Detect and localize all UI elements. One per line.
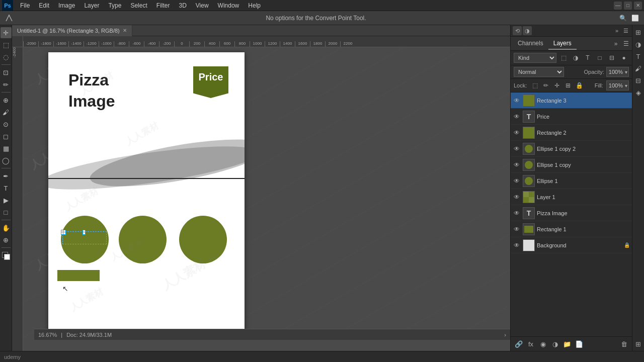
filter-smartobj-icon[interactable]: ⊟ <box>607 53 617 63</box>
menu-layer[interactable]: Layer <box>80 1 103 10</box>
visibility-icon-layer1[interactable]: 👁 <box>513 193 521 201</box>
filter-shape-icon[interactable]: □ <box>595 53 605 63</box>
menu-3d[interactable]: 3D <box>175 1 190 10</box>
panel-icon-3[interactable]: T <box>633 51 643 61</box>
filter-selected-icon[interactable]: ● <box>619 53 629 63</box>
lock-transparent-icon[interactable]: ⬚ <box>531 81 539 89</box>
panel-menu[interactable]: ☰ <box>622 40 630 48</box>
filter-pixel-icon[interactable]: ⬚ <box>558 53 569 63</box>
hand-tool[interactable]: ✋ <box>1 222 12 233</box>
menu-help[interactable]: Help <box>244 1 265 10</box>
panel-icon-history[interactable]: ⟲ <box>513 26 522 35</box>
new-layer-btn[interactable]: 📄 <box>574 339 584 349</box>
menu-view[interactable]: View <box>192 1 213 10</box>
maximize-btn[interactable]: □ <box>624 2 632 10</box>
convert-point-tool-icon <box>4 13 14 23</box>
minimize-btn[interactable]: — <box>614 2 622 10</box>
panel-icon-4[interactable]: 🖌 <box>633 63 643 73</box>
canvas-document: Pizza Image Price <box>48 52 245 334</box>
doc-info: Doc: 24.9M/33.1M <box>66 332 112 338</box>
crop-tool[interactable]: ⊡ <box>1 67 12 78</box>
visibility-icon-bg[interactable]: 👁 <box>513 241 521 249</box>
visibility-icon-pizzaimage[interactable]: 👁 <box>513 209 521 217</box>
menu-type[interactable]: Type <box>104 1 125 10</box>
blend-mode-select[interactable]: Normal <box>514 67 564 77</box>
visibility-icon-rect1[interactable]: 👁 <box>513 225 521 233</box>
lock-artboard-icon[interactable]: ⊞ <box>564 81 572 89</box>
panel-expand-arrow[interactable]: » <box>612 40 620 48</box>
panel-icon-2[interactable]: ◑ <box>633 39 643 49</box>
eyedropper-tool[interactable]: ✏ <box>1 79 12 90</box>
fill-arrow-icon[interactable]: ▾ <box>625 83 628 88</box>
menu-image[interactable]: Image <box>54 1 79 10</box>
view-icon[interactable]: ⬜ <box>630 13 640 23</box>
add-layer-style-btn[interactable]: fx <box>526 339 536 349</box>
close-btn[interactable]: ✕ <box>634 2 642 10</box>
menu-select[interactable]: Select <box>126 1 151 10</box>
tab-channels[interactable]: Channels <box>513 38 548 50</box>
layer-item-pizzaimage[interactable]: 👁 T Pizza Image <box>511 205 632 221</box>
kind-filter-select[interactable]: Kind <box>514 53 556 63</box>
zoom-tool[interactable]: ⊕ <box>1 234 12 245</box>
add-mask-btn[interactable]: ◉ <box>538 339 548 349</box>
filter-adjust-icon[interactable]: ◑ <box>571 53 581 63</box>
menu-window[interactable]: Window <box>214 1 244 10</box>
new-group-btn[interactable]: 📁 <box>562 339 572 349</box>
panel-icon-bottom[interactable]: ⊞ <box>633 339 643 349</box>
close-tab-icon[interactable]: ✕ <box>123 28 127 33</box>
menu-edit[interactable]: Edit <box>35 1 53 10</box>
lock-position-icon[interactable]: ✛ <box>553 81 561 89</box>
menu-file[interactable]: File <box>16 1 34 10</box>
visibility-icon-ellipse1c[interactable]: 👁 <box>513 161 521 169</box>
tab-layers[interactable]: Layers <box>548 38 577 50</box>
new-adjustment-btn[interactable]: ◑ <box>550 339 560 349</box>
layer-item-rectangle1[interactable]: 👁 Rectangle 1 <box>511 221 632 237</box>
layer-item-ellipse1[interactable]: 👁 Ellipse 1 <box>511 173 632 189</box>
visibility-icon-ellipse1[interactable]: 👁 <box>513 177 521 185</box>
clone-tool[interactable]: ⊙ <box>1 119 12 130</box>
layer-item-price[interactable]: 👁 T Price <box>511 109 632 125</box>
panel-icon-1[interactable]: ⊞ <box>633 27 643 37</box>
layers-search-bar: Kind ⬚ ◑ T □ ⊟ ● <box>511 51 632 65</box>
selection-tool[interactable]: ⬚ <box>1 39 12 50</box>
visibility-icon-rect3[interactable]: 👁 <box>513 97 521 105</box>
delete-layer-btn[interactable]: 🗑 <box>619 339 629 349</box>
layer-item-rectangle2[interactable]: 👁 Rectangle 2 <box>511 125 632 141</box>
panel-menu-icon[interactable]: ☰ <box>622 27 630 35</box>
color-swatch[interactable] <box>2 252 10 260</box>
lock-all-icon[interactable]: 🔒 <box>575 81 583 89</box>
search-icon[interactable]: 🔍 <box>618 13 628 23</box>
panel-icon-adjust[interactable]: ◑ <box>523 26 532 35</box>
eraser-tool[interactable]: ◻ <box>1 131 12 142</box>
visibility-icon-price[interactable]: 👁 <box>513 113 521 121</box>
panel-expand-icon[interactable]: » <box>613 27 621 35</box>
layer-item-ellipse1copy2[interactable]: 👁 Ellipse 1 copy 2 <box>511 141 632 157</box>
gradient-tool[interactable]: ▦ <box>1 143 12 154</box>
type-tool[interactable]: T <box>1 183 12 194</box>
layer-item-background[interactable]: 👁 Background 🔒 <box>511 237 632 253</box>
heal-tool[interactable]: ⊕ <box>1 95 12 106</box>
dodge-tool[interactable]: ◯ <box>1 155 12 166</box>
visibility-icon-ellipse1c2[interactable]: 👁 <box>513 145 521 153</box>
filter-type-icon[interactable]: T <box>583 53 593 63</box>
document-tab[interactable]: Untitled-1 @ 16.7% (Rectangle 3, RGB/8) … <box>12 25 132 36</box>
menu-filter[interactable]: Filter <box>152 1 174 10</box>
layer-item-rectangle3[interactable]: 👁 Rectangle 3 <box>511 93 632 109</box>
status-arrow[interactable]: › <box>504 332 506 338</box>
brush-tool[interactable]: 🖌 <box>1 107 12 118</box>
lock-pixels-icon[interactable]: ✏ <box>542 81 550 89</box>
opacity-arrow-icon[interactable]: ▾ <box>625 69 628 75</box>
panel-icon-6[interactable]: ◈ <box>633 87 643 98</box>
layer-item-ellipse1copy[interactable]: 👁 Ellipse 1 copy <box>511 157 632 173</box>
shape-tool[interactable]: □ <box>1 207 12 218</box>
path-select-tool[interactable]: ▶ <box>1 195 12 206</box>
visibility-icon-rect2[interactable]: 👁 <box>513 129 521 137</box>
canvas-viewport[interactable]: 人人素材 人人素材 人人素材 人人素材 人人素材 Pizza Image <box>23 47 510 340</box>
background-color[interactable] <box>4 254 10 260</box>
pen-tool[interactable]: ✒ <box>1 170 12 182</box>
panel-icon-5[interactable]: ⊟ <box>633 75 643 85</box>
move-tool[interactable]: ✛ <box>1 27 12 38</box>
link-layers-btn[interactable]: 🔗 <box>514 339 524 349</box>
lasso-tool[interactable]: ◌ <box>1 51 12 62</box>
layer-item-layer1[interactable]: 👁 Layer 1 <box>511 189 632 205</box>
